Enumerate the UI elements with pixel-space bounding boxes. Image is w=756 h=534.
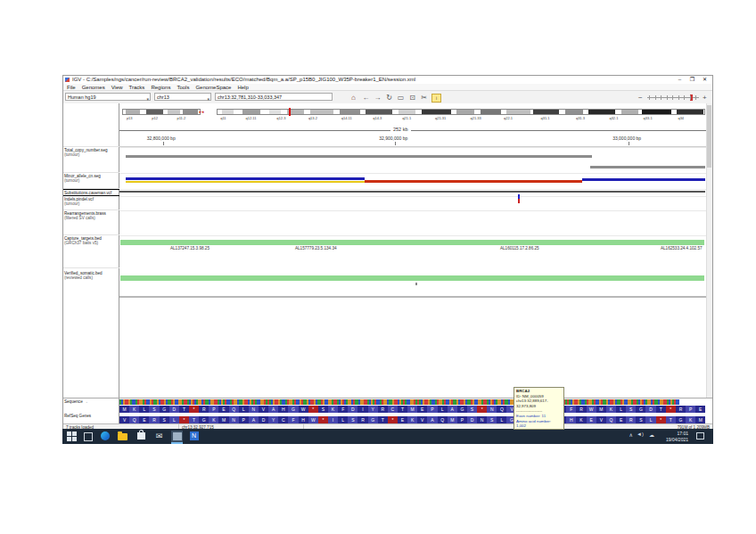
windows-logo-icon — [67, 431, 77, 441]
file-explorer-button[interactable] — [118, 431, 129, 442]
aa-S: S — [467, 406, 477, 413]
cut-icon[interactable]: ✂ — [419, 93, 429, 103]
aa-Y: Y — [368, 406, 378, 413]
track-name[interactable]: Indels.pindel.vcf (tumour) — [63, 196, 119, 210]
edge-button[interactable] — [100, 431, 111, 442]
store-bag-icon — [137, 432, 145, 440]
zoom-out-icon[interactable]: − — [638, 94, 643, 102]
aa-W: W — [308, 416, 318, 423]
menu-item-help[interactable]: Help — [237, 85, 248, 90]
base-C — [678, 399, 679, 405]
cytoband — [399, 110, 416, 114]
mail-button[interactable]: ✉ — [153, 431, 165, 442]
zoom-in-icon[interactable]: + — [703, 94, 707, 102]
refresh-icon[interactable]: ↻ — [384, 93, 394, 103]
notification-center-icon[interactable] — [696, 432, 704, 440]
aa-D: D — [467, 416, 477, 423]
scrollbar-thumb[interactable] — [707, 105, 711, 168]
start-button[interactable] — [66, 431, 78, 442]
track-name[interactable]: Minor_allele_cn.seg (tumour) — [63, 173, 119, 189]
menu-item-regions[interactable]: Regions — [151, 85, 170, 90]
aa-F: F — [338, 406, 348, 413]
aa-H: H — [566, 416, 576, 423]
cytoband-label: q31.3 — [576, 116, 585, 120]
task-view-button[interactable] — [82, 431, 94, 442]
track-name-selected[interactable]: Substitutions.caveman.vcf — [63, 189, 119, 196]
data-panel[interactable]: ▸◂ p13p12p11.2q11q12.11q12.3q13.2q14.11q… — [119, 103, 706, 398]
panel-divider[interactable] — [119, 296, 706, 298]
aa-E: E — [398, 416, 407, 423]
strand-arrow-icon[interactable]: → — [84, 399, 88, 404]
aa-K: K — [209, 416, 218, 423]
aa-stop: * — [308, 406, 318, 413]
zoom-control[interactable]: − + — [638, 94, 710, 102]
track-name[interactable]: Rearrangements.brass (filtered SV calls) — [63, 210, 119, 235]
popup-text-icon[interactable]: i — [431, 94, 441, 103]
cloud-icon[interactable]: ☁ — [649, 431, 654, 438]
fit-to-window-icon[interactable]: ⊡ — [407, 93, 417, 103]
aa-N: N — [229, 416, 239, 423]
cytoband — [340, 110, 360, 114]
menu-item-genomes[interactable]: Genomes — [82, 85, 105, 90]
back-icon[interactable]: ← — [361, 93, 371, 103]
cytoband — [183, 110, 198, 114]
aa-stop: * — [318, 416, 328, 423]
menu-item-file[interactable]: File — [67, 85, 76, 90]
sequence-name-panel: Sequence → RefSeq Genes — [63, 398, 119, 424]
substitutions-baseline — [119, 191, 705, 193]
aa-C: C — [388, 406, 398, 413]
title-bar[interactable]: IGV - C:/Samples/ngs/cancer/run-review/B… — [63, 76, 712, 84]
aa-I: I — [328, 416, 338, 423]
menu-item-genomespace[interactable]: GenomeSpace — [195, 85, 231, 90]
home-icon[interactable]: ⌂ — [349, 93, 358, 103]
cytoband-label: q31.1 — [540, 116, 549, 120]
zoom-tick — [684, 95, 685, 100]
speaker-icon[interactable]: ◄) — [637, 431, 644, 437]
aa-D: D — [645, 406, 655, 413]
sequence-data[interactable]: MKLSGDT*RPEQLNVAHGW*SKFDIYRCTMEPLAGS*NQV… — [119, 398, 706, 424]
cytoband-label: q12.3 — [276, 116, 285, 120]
aa-E: E — [587, 416, 596, 423]
menu-item-tools[interactable]: Tools — [177, 85, 189, 90]
aa-E: E — [139, 416, 149, 423]
chromosome-select-value: chr13 — [157, 94, 169, 100]
ruler-tick-label: 32,800,000 bp — [147, 136, 176, 141]
region-tool-icon[interactable]: ▭ — [396, 93, 406, 103]
aa-L: L — [645, 416, 655, 423]
minimize-button[interactable]: – — [674, 77, 686, 83]
taskbar-clock[interactable]: 17:01 19/04/2021 — [666, 431, 688, 442]
blue-app-button[interactable]: N — [189, 431, 201, 442]
forward-icon[interactable]: → — [373, 93, 382, 103]
refseq-track-name[interactable]: RefSeq Genes — [64, 414, 91, 418]
variant-tick-red — [518, 199, 520, 203]
aa-P: P — [209, 406, 218, 413]
track-name[interactable]: Capture_targets.bed (GRCh37 baits v5) — [63, 235, 119, 268]
cytoband-label: p12 — [152, 116, 158, 120]
aa-G: G — [676, 416, 686, 423]
sequence-panel: Sequence → RefSeq Genes MKLSGDT*RPEQLNVA… — [63, 398, 712, 424]
menu-item-view[interactable]: View — [111, 85, 123, 90]
menu-item-tracks[interactable]: Tracks — [129, 85, 145, 90]
locus-input[interactable]: chr13:32,781,310-33,033,347 — [215, 93, 333, 101]
cytoband — [588, 110, 615, 114]
zoom-tick — [672, 95, 673, 100]
close-button[interactable]: ✕ — [699, 77, 711, 83]
igv-taskbar-button-active[interactable] — [171, 431, 183, 444]
maximize-button[interactable]: ❐ — [686, 77, 698, 83]
genome-select[interactable]: Human hg19 ▾ — [65, 93, 151, 101]
track-name[interactable]: Verified_somatic.bed (reviewed calls) — [63, 270, 119, 397]
tray-chevron-icon[interactable]: ∧ — [629, 431, 633, 438]
ruler-tick-mark — [163, 142, 164, 145]
store-button[interactable] — [136, 431, 147, 442]
blue-app-icon: N — [190, 431, 199, 440]
aa-L: L — [338, 416, 348, 423]
aa-K: K — [686, 416, 695, 423]
sequence-track-name[interactable]: Sequence → — [64, 399, 88, 404]
track-name[interactable]: Total_copy_number.seg (tumour) — [63, 147, 119, 173]
aa-M: M — [119, 406, 129, 413]
aa-H: H — [299, 416, 308, 423]
feature-tooltip: BRCA2 ID: NM_000059 chr13:32,889,617-32,… — [514, 387, 564, 430]
chromosome-select[interactable]: chr13 ▾ — [154, 93, 211, 101]
capture-interval-bar — [120, 240, 704, 245]
aa-T: T — [179, 406, 189, 413]
